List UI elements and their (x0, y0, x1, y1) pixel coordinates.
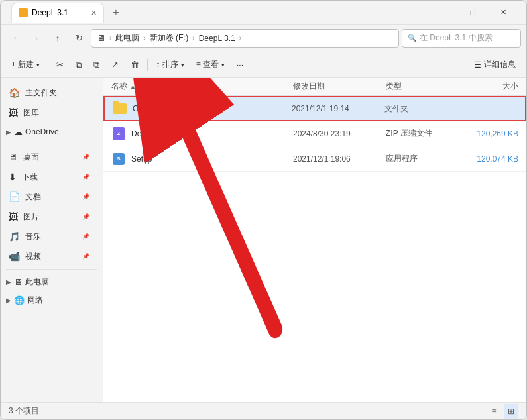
tab-close-button[interactable]: ✕ (91, 9, 97, 17)
downloads-icon: ⬇ (9, 172, 17, 182)
sidebar-item-music[interactable]: 🎵 音乐 📌 (1, 227, 97, 246)
thispc-expand-icon: ▶ (6, 278, 11, 286)
navbar: ‹ › ↑ ↻ 🖥 › 此电脑 › 新加卷 (E:) › DeepL 3.1 ›… (1, 25, 526, 52)
view-button[interactable]: ≡ 查看 ▾ (191, 56, 230, 74)
table-row[interactable]: Crack 2021/12/1 19:14 文件夹 (103, 96, 526, 121)
share-icon: ↗ (111, 60, 119, 70)
sidebar-item-videos[interactable]: 📹 视频 📌 (1, 246, 97, 266)
new-chevron: ▾ (36, 62, 40, 68)
expand-icon: ▶ (6, 129, 11, 136)
home-icon: 🏠 (9, 87, 20, 98)
sidebar-item-thispc[interactable]: ▶ 🖥 此电脑 (1, 272, 103, 291)
delete-button[interactable]: 🗑 (125, 56, 145, 74)
sidebar-item-downloads[interactable]: ⬇ 下载 📌 (1, 167, 97, 187)
sidebar-divider-1 (6, 144, 97, 144)
view-chevron: ▾ (221, 62, 225, 68)
network-icon: 🌐 (14, 295, 25, 305)
sidebar-gallery-label: 图库 (23, 107, 89, 119)
item-count: 3 个项目 (9, 405, 39, 417)
documents-icon: 📄 (9, 191, 20, 202)
search-placeholder: 在 DeepL 3.1 中搜索 (420, 32, 493, 44)
copy-button[interactable]: ⧉ (70, 56, 87, 74)
new-tab-button[interactable]: + (107, 3, 125, 22)
sidebar-group-onedrive[interactable]: ▶ ☁ OneDrive (1, 123, 103, 141)
sidebar-pictures-label: 图片 (23, 211, 76, 223)
file-type: 应用程序 (386, 153, 452, 164)
videos-icon: 📹 (9, 251, 20, 262)
sidebar-music-label: 音乐 (25, 231, 76, 242)
new-button[interactable]: + 新建 ▾ (6, 56, 45, 74)
sort-button[interactable]: ↕ 排序 ▾ (150, 56, 189, 74)
share-button[interactable]: ↗ (106, 56, 124, 74)
statusbar: 3 个项目 ≡ ⊞ (1, 402, 526, 419)
sidebar-item-pictures[interactable]: 🖼 图片 📌 (1, 207, 97, 227)
copy-icon: ⧉ (76, 60, 82, 70)
main-content: 🏠 主文件夹 🖼 图库 ▶ ☁ OneDrive 🖥 桌面 📌 (1, 78, 526, 402)
sidebar-network-label: 网络 (27, 295, 43, 306)
table-row[interactable]: Z DeepL 3.1 2024/8/30 23:19 ZIP 压缩文件 120… (103, 121, 526, 146)
sidebar-item-network[interactable]: ▶ 🌐 网络 (1, 291, 103, 309)
folder-icon (113, 103, 127, 114)
close-button[interactable]: ✕ (488, 1, 518, 25)
pin-icon-doc: 📌 (82, 193, 89, 200)
file-icon (113, 101, 127, 116)
address-part-1: 此电脑 (115, 32, 139, 44)
file-size: 120,269 KB (452, 129, 518, 138)
tab-folder-icon (19, 8, 28, 17)
maximize-button[interactable]: □ (457, 1, 488, 25)
list-view-button[interactable]: ≡ (487, 404, 501, 419)
col-header-name[interactable]: 名称 ▲ (111, 81, 293, 92)
sort-label: ↕ 排序 (156, 59, 178, 70)
onedrive-icon: ☁ (14, 127, 23, 137)
separator-1 (48, 59, 48, 71)
pin-icon-vid: 📌 (82, 253, 89, 260)
back-button[interactable]: ‹ (6, 29, 25, 48)
file-pane: 名称 ▲ 修改日期 类型 大小 Crack 2021/12/1 19:14 文件… (103, 78, 526, 402)
cut-button[interactable]: ✂ (51, 56, 69, 74)
table-row[interactable]: S Setup 2021/12/1 19:06 应用程序 120,074 KB (103, 146, 526, 172)
address-part-3: DeepL 3.1 (199, 34, 235, 43)
pictures-icon: 🖼 (9, 211, 18, 222)
sort-arrow-icon: ▲ (130, 83, 136, 90)
sidebar-item-home[interactable]: 🏠 主文件夹 (1, 83, 97, 103)
pin-icon-mus: 📌 (82, 233, 89, 240)
sidebar-downloads-label: 下载 (22, 172, 76, 183)
col-header-date[interactable]: 修改日期 (293, 81, 386, 92)
detail-info-button[interactable]: ☰ 详细信息 (469, 56, 521, 74)
sidebar-thispc-label: 此电脑 (25, 276, 49, 288)
view-toggle: ≡ ⊞ (487, 404, 518, 419)
col-header-size[interactable]: 大小 (452, 81, 518, 92)
file-type: ZIP 压缩文件 (386, 128, 452, 139)
up-button[interactable]: ↑ (48, 29, 67, 48)
sort-chevron: ▾ (181, 62, 184, 68)
file-icon: Z (111, 127, 126, 141)
tab-label: DeepL 3.1 (32, 8, 68, 17)
forward-button[interactable]: › (27, 29, 46, 48)
file-icon: S (111, 152, 126, 166)
window-controls: ─ □ ✕ (427, 1, 518, 25)
refresh-button[interactable]: ↻ (70, 29, 88, 48)
music-icon: 🎵 (9, 231, 20, 242)
paste-button[interactable]: ⧉ (88, 56, 105, 74)
minimize-button[interactable]: ─ (427, 1, 457, 25)
address-bar[interactable]: 🖥 › 此电脑 › 新加卷 (E:) › DeepL 3.1 › (91, 29, 399, 48)
sidebar-onedrive-label: OneDrive (25, 127, 59, 136)
sidebar-item-desktop[interactable]: 🖥 桌面 📌 (1, 147, 97, 167)
sidebar-item-gallery[interactable]: 🖼 图库 (1, 103, 97, 123)
tab-deepl[interactable]: DeepL 3.1 ✕ (11, 3, 104, 23)
detail-view-button[interactable]: ⊞ (504, 404, 518, 419)
sidebar-documents-label: 文档 (25, 191, 76, 203)
file-name: DeepL 3.1 (131, 129, 293, 138)
file-date: 2021/12/1 19:14 (292, 104, 384, 113)
more-button[interactable]: ··· (231, 56, 249, 74)
sidebar-item-documents[interactable]: 📄 文档 📌 (1, 187, 97, 207)
titlebar: DeepL 3.1 ✕ + ─ □ ✕ (1, 1, 526, 25)
search-icon: 🔍 (408, 34, 417, 42)
file-header: 名称 ▲ 修改日期 类型 大小 (103, 78, 526, 96)
search-bar[interactable]: 🔍 在 DeepL 3.1 中搜索 (402, 29, 521, 48)
more-label: ··· (237, 60, 243, 70)
file-date: 2021/12/1 19:06 (293, 154, 386, 164)
col-header-type[interactable]: 类型 (386, 81, 452, 92)
toolbar: + 新建 ▾ ✂ ⧉ ⧉ ↗ 🗑 ↕ 排序 ▾ ≡ 查看 ▾ ··· (1, 52, 526, 78)
file-name: Crack (133, 104, 292, 113)
